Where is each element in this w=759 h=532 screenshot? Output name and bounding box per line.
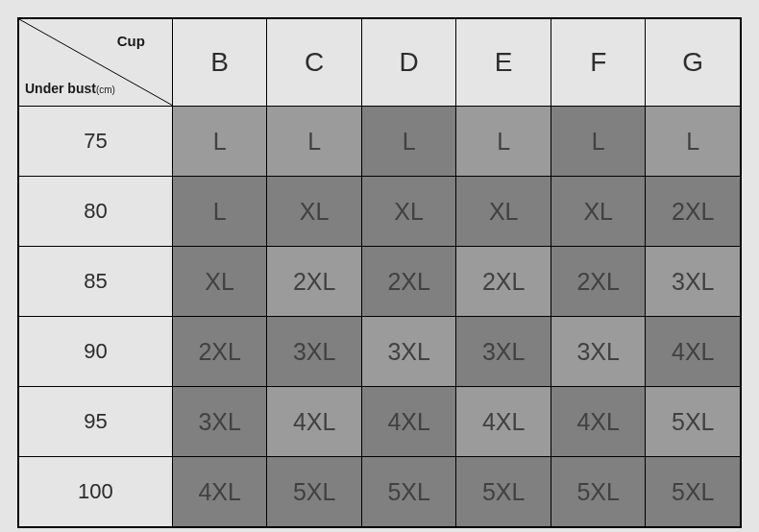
- table-row: 1004XL5XL5XL5XL5XL5XL: [18, 457, 741, 528]
- row-header-100: 100: [18, 457, 172, 528]
- size-cell: 4XL: [456, 387, 551, 457]
- size-cell: 3XL: [646, 247, 741, 317]
- table-row: 85XL2XL2XL2XL2XL3XL: [18, 247, 741, 317]
- size-cell: L: [172, 107, 267, 177]
- table-row: 80LXLXLXLXL2XL: [18, 177, 741, 247]
- column-header-b: B: [172, 18, 267, 107]
- size-cell: 4XL: [646, 317, 741, 387]
- size-cell: 5XL: [456, 457, 551, 528]
- table-row: 75LLLLLL: [18, 107, 741, 177]
- size-cell: 4XL: [172, 457, 267, 528]
- size-cell: 4XL: [551, 387, 646, 457]
- size-cell: 5XL: [267, 457, 362, 528]
- size-cell: L: [646, 107, 741, 177]
- size-cell: XL: [172, 247, 267, 317]
- size-cell: 2XL: [361, 247, 456, 317]
- size-cell: L: [172, 177, 267, 247]
- size-cell: 4XL: [361, 387, 456, 457]
- cup-label: Cup: [117, 33, 145, 49]
- size-cell: 4XL: [267, 387, 362, 457]
- table-row: 902XL3XL3XL3XL3XL4XL: [18, 317, 741, 387]
- size-cell: L: [361, 107, 456, 177]
- row-header-95: 95: [18, 387, 172, 457]
- row-header-75: 75: [18, 107, 172, 177]
- column-header-g: G: [646, 18, 741, 107]
- size-cell: 3XL: [456, 317, 551, 387]
- size-cell: XL: [361, 177, 456, 247]
- row-header-90: 90: [18, 317, 172, 387]
- corner-header: Cup Under bust(cm): [18, 18, 172, 107]
- table-row: 953XL4XL4XL4XL4XL5XL: [18, 387, 741, 457]
- size-cell: 2XL: [456, 247, 551, 317]
- size-cell: 5XL: [646, 387, 741, 457]
- size-cell: 2XL: [267, 247, 362, 317]
- column-header-c: C: [267, 18, 362, 107]
- size-cell: 5XL: [646, 457, 741, 528]
- size-cell: 3XL: [361, 317, 456, 387]
- row-header-80: 80: [18, 177, 172, 247]
- size-cell: 3XL: [267, 317, 362, 387]
- size-cell: 2XL: [551, 247, 646, 317]
- size-cell: 3XL: [172, 387, 267, 457]
- size-cell: 3XL: [551, 317, 646, 387]
- size-cell: L: [456, 107, 551, 177]
- table-body: 75LLLLLL80LXLXLXLXL2XL85XL2XL2XL2XL2XL3X…: [18, 107, 741, 528]
- size-cell: L: [551, 107, 646, 177]
- size-cell: 5XL: [361, 457, 456, 528]
- row-header-85: 85: [18, 247, 172, 317]
- size-cell: XL: [456, 177, 551, 247]
- size-cell: XL: [551, 177, 646, 247]
- size-cell: 2XL: [172, 317, 267, 387]
- column-header-e: E: [456, 18, 551, 107]
- column-header-d: D: [361, 18, 456, 107]
- size-cell: 5XL: [551, 457, 646, 528]
- under-bust-label: Under bust(cm): [25, 81, 115, 96]
- size-cell: L: [267, 107, 362, 177]
- size-cell: 2XL: [646, 177, 741, 247]
- size-cell: XL: [267, 177, 362, 247]
- header-row: Cup Under bust(cm) BCDEFG: [18, 18, 741, 107]
- size-chart-table: Cup Under bust(cm) BCDEFG 75LLLLLL80LXLX…: [17, 17, 742, 528]
- column-header-f: F: [551, 18, 646, 107]
